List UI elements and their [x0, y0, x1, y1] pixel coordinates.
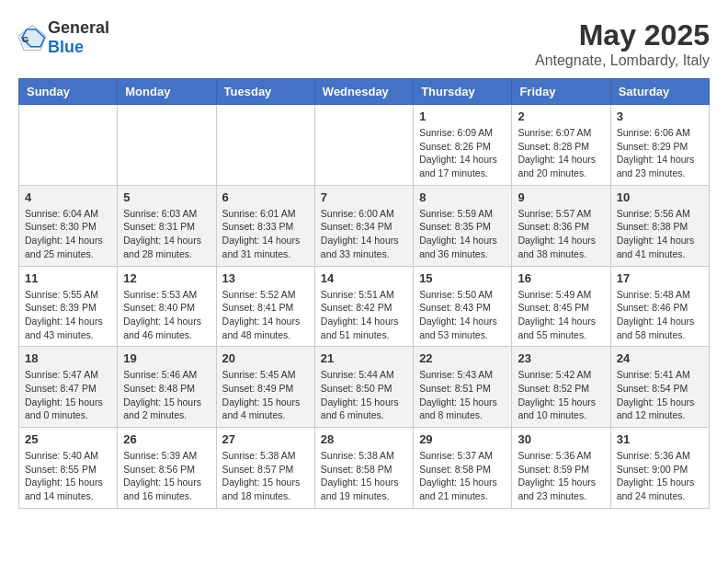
day-number: 31	[617, 432, 703, 446]
calendar-week-2: 4Sunrise: 6:04 AMSunset: 8:30 PMDaylight…	[19, 185, 710, 266]
day-number: 16	[518, 271, 604, 285]
calendar-cell-3-1: 11Sunrise: 5:55 AMSunset: 8:39 PMDayligh…	[19, 266, 118, 347]
calendar-cell-3-4: 14Sunrise: 5:51 AMSunset: 8:42 PMDayligh…	[314, 266, 413, 347]
calendar-week-1: 1Sunrise: 6:09 AMSunset: 8:26 PMDaylight…	[19, 105, 710, 186]
day-number: 15	[419, 271, 506, 285]
calendar-cell-1-4	[314, 105, 413, 186]
day-number: 9	[518, 190, 604, 204]
calendar-cell-5-1: 25Sunrise: 5:40 AMSunset: 8:55 PMDayligh…	[19, 428, 118, 509]
calendar-cell-2-6: 9Sunrise: 5:57 AMSunset: 8:36 PMDaylight…	[512, 185, 610, 266]
header-thursday: Thursday	[414, 79, 512, 105]
day-number: 14	[321, 271, 407, 285]
day-number: 29	[419, 432, 506, 446]
header-saturday: Saturday	[610, 79, 709, 105]
day-number: 26	[123, 432, 210, 446]
day-info: Sunrise: 5:57 AMSunset: 8:36 PMDaylight:…	[518, 207, 604, 261]
calendar-cell-2-2: 5Sunrise: 6:03 AMSunset: 8:31 PMDaylight…	[118, 185, 216, 266]
day-info: Sunrise: 5:38 AMSunset: 8:57 PMDaylight:…	[222, 449, 309, 503]
day-number: 5	[123, 190, 210, 204]
calendar-cell-4-3: 20Sunrise: 5:45 AMSunset: 8:49 PMDayligh…	[216, 347, 314, 428]
calendar-header: Sunday Monday Tuesday Wednesday Thursday…	[19, 79, 710, 105]
calendar-week-5: 25Sunrise: 5:40 AMSunset: 8:55 PMDayligh…	[19, 428, 710, 509]
calendar-cell-4-6: 23Sunrise: 5:42 AMSunset: 8:52 PMDayligh…	[512, 347, 610, 428]
day-info: Sunrise: 5:51 AMSunset: 8:42 PMDaylight:…	[321, 288, 407, 342]
calendar-cell-4-5: 22Sunrise: 5:43 AMSunset: 8:51 PMDayligh…	[414, 347, 512, 428]
calendar-cell-5-5: 29Sunrise: 5:37 AMSunset: 8:58 PMDayligh…	[414, 428, 512, 509]
calendar-cell-5-4: 28Sunrise: 5:38 AMSunset: 8:58 PMDayligh…	[314, 428, 413, 509]
day-info: Sunrise: 6:09 AMSunset: 8:26 PMDaylight:…	[419, 126, 506, 180]
day-number: 6	[222, 190, 309, 204]
day-info: Sunrise: 5:46 AMSunset: 8:48 PMDaylight:…	[123, 368, 210, 422]
day-info: Sunrise: 5:45 AMSunset: 8:49 PMDaylight:…	[222, 368, 309, 422]
day-info: Sunrise: 6:04 AMSunset: 8:30 PMDaylight:…	[25, 207, 111, 261]
calendar-week-4: 18Sunrise: 5:47 AMSunset: 8:47 PMDayligh…	[19, 347, 710, 428]
calendar-cell-3-7: 17Sunrise: 5:48 AMSunset: 8:46 PMDayligh…	[610, 266, 709, 347]
calendar-cell-1-3	[216, 105, 314, 186]
calendar-cell-1-1	[19, 105, 118, 186]
day-number: 3	[617, 109, 703, 123]
day-info: Sunrise: 5:47 AMSunset: 8:47 PMDaylight:…	[25, 368, 111, 422]
calendar-cell-4-2: 19Sunrise: 5:46 AMSunset: 8:48 PMDayligh…	[118, 347, 216, 428]
day-number: 13	[222, 271, 309, 285]
header-tuesday: Tuesday	[216, 79, 314, 105]
day-info: Sunrise: 5:36 AMSunset: 9:00 PMDaylight:…	[617, 449, 703, 503]
day-info: Sunrise: 5:38 AMSunset: 8:58 PMDaylight:…	[321, 449, 407, 503]
logo: G General Blue	[18, 18, 109, 57]
calendar-cell-1-6: 2Sunrise: 6:07 AMSunset: 8:28 PMDaylight…	[512, 105, 610, 186]
logo-icon: G	[18, 24, 46, 52]
day-info: Sunrise: 5:36 AMSunset: 8:59 PMDaylight:…	[518, 449, 604, 503]
day-number: 4	[25, 190, 111, 204]
calendar-cell-2-5: 8Sunrise: 5:59 AMSunset: 8:35 PMDaylight…	[414, 185, 512, 266]
header-monday: Monday	[118, 79, 216, 105]
calendar-cell-1-5: 1Sunrise: 6:09 AMSunset: 8:26 PMDaylight…	[414, 105, 512, 186]
calendar-body: 1Sunrise: 6:09 AMSunset: 8:26 PMDaylight…	[19, 105, 710, 509]
calendar-table: Sunday Monday Tuesday Wednesday Thursday…	[18, 78, 710, 509]
page-header: G General Blue May 2025 Antegnate, Lomba…	[18, 18, 710, 69]
day-number: 11	[25, 271, 111, 285]
day-info: Sunrise: 5:56 AMSunset: 8:38 PMDaylight:…	[617, 207, 703, 261]
calendar-cell-2-4: 7Sunrise: 6:00 AMSunset: 8:34 PMDaylight…	[314, 185, 413, 266]
weekday-header-row: Sunday Monday Tuesday Wednesday Thursday…	[19, 79, 710, 105]
day-number: 1	[419, 109, 506, 123]
day-number: 17	[617, 271, 703, 285]
calendar-week-3: 11Sunrise: 5:55 AMSunset: 8:39 PMDayligh…	[19, 266, 710, 347]
day-info: Sunrise: 6:00 AMSunset: 8:34 PMDaylight:…	[321, 207, 407, 261]
month-year-title: May 2025	[535, 18, 710, 52]
header-friday: Friday	[512, 79, 610, 105]
calendar-cell-5-2: 26Sunrise: 5:39 AMSunset: 8:56 PMDayligh…	[118, 428, 216, 509]
calendar-cell-2-3: 6Sunrise: 6:01 AMSunset: 8:33 PMDaylight…	[216, 185, 314, 266]
day-info: Sunrise: 5:59 AMSunset: 8:35 PMDaylight:…	[419, 207, 506, 261]
header-sunday: Sunday	[19, 79, 118, 105]
day-info: Sunrise: 6:01 AMSunset: 8:33 PMDaylight:…	[222, 207, 309, 261]
day-number: 24	[617, 351, 703, 365]
day-info: Sunrise: 5:55 AMSunset: 8:39 PMDaylight:…	[25, 288, 111, 342]
day-number: 8	[419, 190, 506, 204]
day-info: Sunrise: 5:41 AMSunset: 8:54 PMDaylight:…	[617, 368, 703, 422]
calendar-cell-5-6: 30Sunrise: 5:36 AMSunset: 8:59 PMDayligh…	[512, 428, 610, 509]
day-info: Sunrise: 5:44 AMSunset: 8:50 PMDaylight:…	[321, 368, 407, 422]
day-number: 19	[123, 351, 210, 365]
calendar-cell-1-7: 3Sunrise: 6:06 AMSunset: 8:29 PMDaylight…	[610, 105, 709, 186]
calendar-cell-3-3: 13Sunrise: 5:52 AMSunset: 8:41 PMDayligh…	[216, 266, 314, 347]
day-info: Sunrise: 5:52 AMSunset: 8:41 PMDaylight:…	[222, 288, 309, 342]
day-number: 30	[518, 432, 604, 446]
calendar-cell-5-3: 27Sunrise: 5:38 AMSunset: 8:57 PMDayligh…	[216, 428, 314, 509]
calendar-cell-3-6: 16Sunrise: 5:49 AMSunset: 8:45 PMDayligh…	[512, 266, 610, 347]
day-number: 21	[321, 351, 407, 365]
day-info: Sunrise: 5:39 AMSunset: 8:56 PMDaylight:…	[123, 449, 210, 503]
title-block: May 2025 Antegnate, Lombardy, Italy	[535, 18, 710, 69]
logo-general: General	[48, 18, 109, 37]
day-number: 25	[25, 432, 111, 446]
day-info: Sunrise: 5:37 AMSunset: 8:58 PMDaylight:…	[419, 449, 506, 503]
day-number: 28	[321, 432, 407, 446]
calendar-cell-2-1: 4Sunrise: 6:04 AMSunset: 8:30 PMDaylight…	[19, 185, 118, 266]
header-wednesday: Wednesday	[314, 79, 413, 105]
day-number: 2	[518, 109, 604, 123]
day-number: 27	[222, 432, 309, 446]
calendar-cell-4-1: 18Sunrise: 5:47 AMSunset: 8:47 PMDayligh…	[19, 347, 118, 428]
day-number: 7	[321, 190, 407, 204]
day-number: 18	[25, 351, 111, 365]
calendar-cell-1-2	[118, 105, 216, 186]
day-number: 12	[123, 271, 210, 285]
day-number: 10	[617, 190, 703, 204]
